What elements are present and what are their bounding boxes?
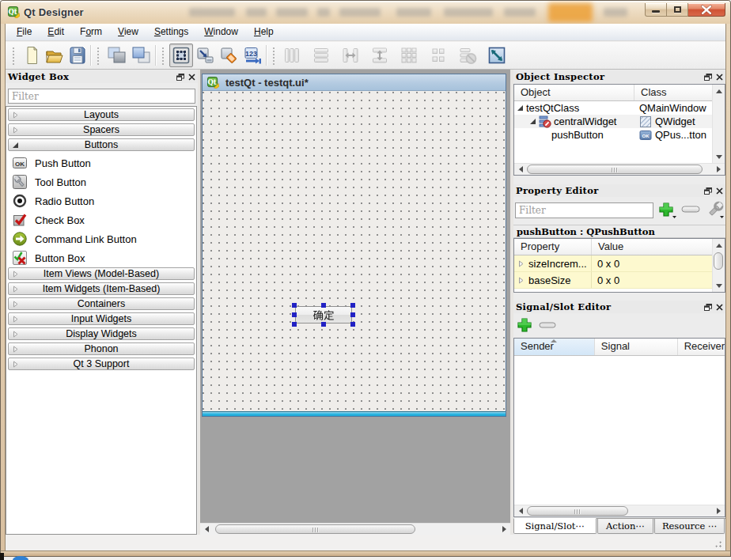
widget-item-button-box[interactable]: Button Box [7,248,195,267]
widget-category-input-widgets[interactable]: Input Widgets [8,312,195,325]
scrollbar-thumb[interactable] [215,524,415,534]
widget-category-layouts[interactable]: Layouts [8,108,195,121]
scrollbar-thumb[interactable] [527,506,628,516]
menu-help[interactable]: Help [246,24,282,40]
selection-handle[interactable] [292,303,297,308]
layout-horizontal-button[interactable] [280,44,304,67]
expand-arrow-icon[interactable] [517,277,525,284]
layout-grid-button[interactable] [397,44,421,67]
widget-item-push-button[interactable]: OKPush Button [7,153,195,172]
close-dock-icon[interactable] [716,304,723,311]
scroll-up-button[interactable] [713,239,725,252]
widget-box-filter-input[interactable] [8,89,195,104]
selection-handle[interactable] [350,322,355,327]
selection-handle[interactable] [350,303,355,308]
property-editor-vscrollbar[interactable] [712,239,725,292]
break-layout-button[interactable] [456,44,479,67]
widget-category-containers[interactable]: Containers [8,297,195,310]
widget-category-item-widgets-item-based[interactable]: Item Widgets (Item-Based) [8,282,195,295]
scroll-right-button[interactable] [712,505,725,516]
menu-view[interactable]: View [110,24,146,40]
selection-handle[interactable] [292,322,297,327]
widget-category-qt-3-support[interactable]: Qt 3 Support [8,358,195,370]
configure-property-editor-button[interactable] [705,199,725,220]
remove-dynamic-property-button[interactable] [681,206,700,215]
open-form-button[interactable] [43,44,66,67]
float-dock-icon[interactable] [176,74,184,81]
widget-category-display-widgets[interactable]: Display Widgets [8,327,195,340]
form-window-titlebar[interactable]: Qt testQt - testqt.ui* [203,74,506,91]
scroll-down-button[interactable] [713,279,725,292]
column-header-receiver[interactable]: Receiver [678,339,725,355]
signal-slot-hscrollbar[interactable] [514,505,725,516]
menu-settings[interactable]: Settings [146,24,196,40]
object-row-testQtClass[interactable]: testQtClassQMainWindow [514,101,725,115]
designed-push-button[interactable] [295,306,352,324]
layout-form-button[interactable] [426,44,450,67]
save-form-button[interactable] [66,44,89,67]
menu-window[interactable]: Window [196,24,246,40]
object-row-centralWidget[interactable]: centralWidgetQWidget [514,115,725,128]
widget-category-phonon[interactable]: Phonon [8,342,195,355]
scroll-up-button[interactable] [713,85,725,97]
edit-buddies-button[interactable] [217,44,241,67]
property-filter-input[interactable] [515,202,653,218]
toolbar-drag-handle[interactable] [161,46,165,65]
menu-file[interactable]: File [9,24,40,40]
scroll-left-button[interactable] [200,524,213,535]
float-dock-icon[interactable] [704,74,712,81]
resize-grip[interactable] [713,539,723,549]
toolbar-drag-handle[interactable] [11,46,15,65]
scroll-left-button[interactable] [514,505,527,516]
object-row-pushButton[interactable]: pushButtonOKQPus...tton [514,128,725,142]
close-dock-icon[interactable] [188,74,195,81]
scroll-right-button[interactable] [498,524,510,535]
widget-item-command-link-button[interactable]: Command Link Button [7,229,195,248]
property-value[interactable]: 0 x 0 [591,272,725,288]
tab-action[interactable]: Action⋯ [597,519,654,534]
float-dock-icon[interactable] [704,304,712,311]
widget-item-tool-button[interactable]: Tool Button [7,172,195,191]
column-header-sender[interactable]: Sender [514,339,595,355]
column-header-class[interactable]: Class [634,85,725,100]
close-button[interactable] [688,3,725,17]
column-header-object[interactable]: Object [514,85,634,100]
object-inspector-vscrollbar[interactable] [712,85,725,163]
edit-tab-order-button[interactable]: 123 [241,44,264,67]
scrollbar-thumb[interactable] [714,252,723,270]
send-to-back-button[interactable] [104,44,129,67]
widget-category-item-views-model-based[interactable]: Item Views (Model-Based) [8,267,195,280]
widget-category-spacers[interactable]: Spacers [8,123,195,136]
menu-edit[interactable]: Edit [40,24,72,40]
edit-signals-slots-button[interactable] [193,44,217,67]
minimize-button[interactable] [645,3,667,17]
scroll-left-button[interactable] [514,164,527,175]
expand-arrow-icon[interactable] [517,260,525,267]
edit-widgets-button[interactable] [169,44,193,67]
close-dock-icon[interactable] [716,187,723,195]
column-header-signal[interactable]: Signal [595,339,678,355]
selection-handle[interactable] [292,312,297,317]
mdi-horizontal-scrollbar[interactable] [200,523,510,535]
property-row-0[interactable]: sizeIncrem...0 x 0 [514,255,725,272]
object-inspector-hscrollbar[interactable] [514,163,725,175]
widget-item-radio-button[interactable]: Radio Button [7,191,195,210]
selection-handle[interactable] [321,322,326,327]
column-header-property[interactable]: Property [514,239,592,255]
layout-vertical-button[interactable] [309,44,333,67]
toolbar-drag-handle[interactable] [271,46,275,65]
close-dock-icon[interactable] [716,74,723,81]
layout-vertical-splitter-button[interactable] [368,44,392,67]
menu-form[interactable]: Form [72,24,110,40]
new-form-button[interactable] [20,44,43,67]
column-header-value[interactable]: Value [592,239,725,255]
add-signal-slot-button[interactable] [516,317,533,333]
tab-signal-slot[interactable]: Signal/Slot⋯ [513,518,597,534]
tab-resource[interactable]: Resource ⋯ [654,519,725,534]
remove-signal-slot-button[interactable] [539,322,556,330]
adjust-size-button[interactable] [485,44,509,67]
toolbar-drag-handle[interactable] [96,46,100,65]
widget-category-buttons[interactable]: Buttons [8,138,195,151]
add-dynamic-property-button[interactable] [657,201,678,220]
bring-to-front-button[interactable] [129,44,153,67]
